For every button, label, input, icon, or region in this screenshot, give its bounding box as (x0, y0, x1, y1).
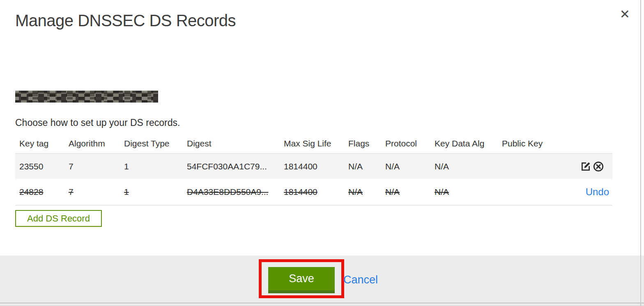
edit-icon[interactable] (580, 161, 591, 172)
subtitle-text: Choose how to set up your DS records. (15, 117, 180, 128)
row-actions: Undo (578, 186, 612, 198)
col-header-algorithm: Algorithm (69, 139, 124, 148)
cell-protocol: N/A (385, 187, 435, 197)
col-header-digest: Digest (187, 139, 284, 148)
ds-records-table: Key tag Algorithm Digest Type Digest Max… (15, 133, 612, 206)
cell-algorithm: 7 (69, 162, 124, 171)
cell-digest: D4A33E8DD550A9... (187, 187, 284, 197)
cell-digest-type: 1 (124, 162, 187, 171)
cell-key-data-alg: N/A (435, 162, 502, 171)
table-row: 23550 7 1 54FCF030AA1C79... 1814400 N/A … (15, 154, 612, 179)
col-header-flags: Flags (348, 139, 385, 148)
window-edge-divider (640, 0, 641, 306)
cell-key-tag: 23550 (19, 162, 69, 171)
col-header-public-key: Public Key (502, 139, 578, 148)
delete-icon[interactable] (593, 161, 604, 172)
redacted-domain-name (15, 91, 158, 103)
table-row-deleted: 24828 7 1 D4A33E8DD550A9... 1814400 N/A … (15, 179, 612, 206)
page-bottom-strip (0, 304, 644, 306)
save-button[interactable]: Save (268, 267, 335, 293)
cell-digest: 54FCF030AA1C79... (187, 162, 284, 171)
dnssec-modal: Manage DNSSEC DS Records ✕ Choose how to… (0, 0, 644, 306)
undo-link[interactable]: Undo (586, 186, 609, 198)
row-actions (578, 161, 612, 172)
cell-key-data-alg: N/A (435, 187, 502, 197)
col-header-max-sig-life: Max Sig Life (284, 139, 348, 148)
col-header-protocol: Protocol (385, 139, 435, 148)
cell-algorithm: 7 (69, 187, 124, 197)
cell-max-sig-life: 1814400 (284, 187, 348, 197)
cell-flags: N/A (348, 187, 385, 197)
page-title: Manage DNSSEC DS Records (15, 11, 236, 30)
modal-footer: Save Cancel (0, 256, 644, 304)
col-header-key-tag: Key tag (19, 139, 69, 148)
cell-protocol: N/A (385, 162, 435, 171)
col-header-key-data-alg: Key Data Alg (435, 139, 502, 148)
add-ds-record-button[interactable]: Add DS Record (15, 210, 102, 227)
cell-key-tag: 24828 (19, 187, 69, 197)
cancel-link[interactable]: Cancel (343, 274, 378, 286)
cell-max-sig-life: 1814400 (284, 162, 348, 171)
cell-flags: N/A (348, 162, 385, 171)
close-icon[interactable]: ✕ (620, 8, 630, 21)
cell-digest-type: 1 (124, 187, 187, 197)
col-header-digest-type: Digest Type (124, 139, 187, 148)
table-header-row: Key tag Algorithm Digest Type Digest Max… (15, 133, 612, 154)
